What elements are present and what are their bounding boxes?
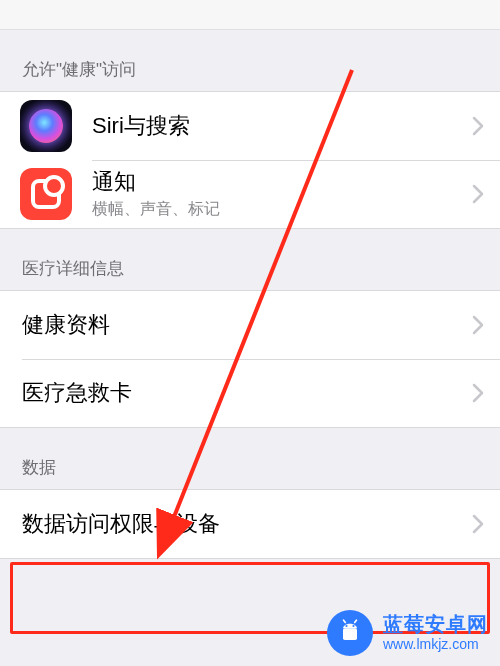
chevron-right-icon — [472, 514, 484, 534]
row-notifications-subtitle: 横幅、声音、标记 — [92, 199, 464, 220]
row-medical-id-label: 医疗急救卡 — [22, 379, 464, 408]
row-notifications[interactable]: 通知 横幅、声音、标记 — [0, 160, 500, 228]
row-health-profile[interactable]: 健康资料 — [0, 291, 500, 359]
notifications-icon — [20, 168, 72, 220]
chevron-right-icon — [472, 315, 484, 335]
row-health-profile-label: 健康资料 — [22, 311, 464, 340]
group-allow-access: Siri与搜索 通知 横幅、声音、标记 — [0, 91, 500, 229]
chevron-right-icon — [472, 116, 484, 136]
row-medical-id[interactable]: 医疗急救卡 — [0, 359, 500, 427]
section-header-allow-access: 允许"健康"访问 — [0, 30, 500, 91]
row-notifications-label: 通知 — [92, 168, 464, 197]
group-medical: 健康资料 医疗急救卡 — [0, 290, 500, 428]
status-bar — [0, 0, 500, 30]
annotation-highlight-box — [10, 562, 490, 634]
svg-rect-2 — [343, 628, 357, 640]
section-header-medical: 医疗详细信息 — [0, 229, 500, 290]
row-data-access-label: 数据访问权限与设备 — [22, 510, 464, 539]
row-siri-label: Siri与搜索 — [92, 112, 464, 141]
svg-line-6 — [355, 620, 357, 622]
svg-point-4 — [352, 625, 354, 627]
group-data: 数据访问权限与设备 — [0, 489, 500, 559]
chevron-right-icon — [472, 184, 484, 204]
section-header-data: 数据 — [0, 428, 500, 489]
siri-icon — [20, 100, 72, 152]
row-siri-search[interactable]: Siri与搜索 — [0, 92, 500, 160]
watermark-title: 蓝莓安卓网 — [383, 613, 488, 636]
row-data-access-devices[interactable]: 数据访问权限与设备 — [0, 490, 500, 558]
svg-line-5 — [344, 620, 346, 622]
watermark-android-icon — [327, 610, 373, 656]
chevron-right-icon — [472, 383, 484, 403]
watermark-url: www.lmkjz.com — [383, 636, 488, 652]
watermark: 蓝莓安卓网 www.lmkjz.com — [327, 610, 488, 656]
svg-point-3 — [345, 625, 347, 627]
